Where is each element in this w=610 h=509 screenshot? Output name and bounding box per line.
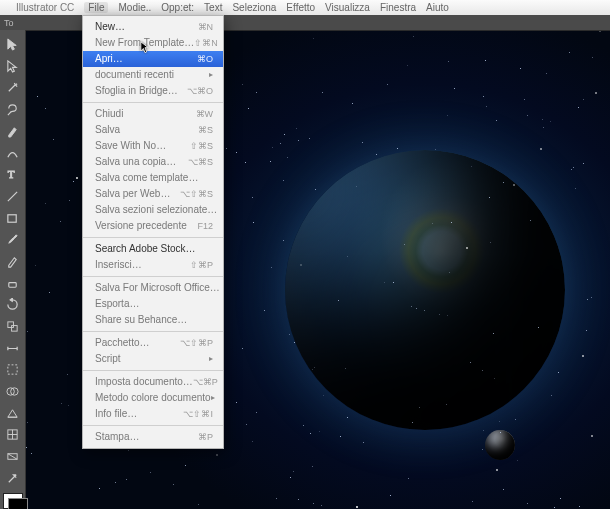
tool-selection[interactable] xyxy=(3,35,23,55)
menu-edit[interactable]: Modie.. xyxy=(118,2,151,13)
menu-item[interactable]: Imposta documento…⌥⌘P xyxy=(83,374,223,390)
menu-view[interactable]: Visualizza xyxy=(325,2,370,13)
star xyxy=(252,441,253,442)
star xyxy=(300,264,302,266)
tool-eraser[interactable] xyxy=(3,273,23,293)
menu-help[interactable]: Aiuto xyxy=(426,2,449,13)
tool-rectangle[interactable] xyxy=(3,208,23,228)
star xyxy=(583,99,584,100)
tool-pen[interactable] xyxy=(3,122,23,142)
menu-separator xyxy=(83,237,223,238)
tool-magic-wand[interactable] xyxy=(3,78,23,98)
menu-item-label: Apri… xyxy=(95,52,123,66)
star xyxy=(126,479,127,480)
tool-width[interactable] xyxy=(3,338,23,358)
tools-panel: T xyxy=(0,30,26,509)
tool-paintbrush[interactable] xyxy=(3,230,23,250)
menu-type[interactable]: Text xyxy=(204,2,222,13)
tool-line[interactable] xyxy=(3,187,23,207)
star xyxy=(314,367,315,368)
star xyxy=(26,447,27,448)
menu-item[interactable]: Salva per Web…⌥⇧⌘S xyxy=(83,186,223,202)
fill-stroke-swatch[interactable] xyxy=(3,493,23,509)
tool-eyedropper[interactable] xyxy=(3,468,23,488)
menu-item[interactable]: Chiudi⌘W xyxy=(83,106,223,122)
menu-item[interactable]: Metodo colore documento xyxy=(83,390,223,406)
star xyxy=(216,454,218,456)
star xyxy=(569,52,570,53)
menu-item-label: Stampa… xyxy=(95,430,139,444)
menu-file[interactable]: File xyxy=(84,2,108,13)
star xyxy=(340,436,341,437)
star xyxy=(387,84,388,85)
star xyxy=(256,412,257,413)
tool-pencil[interactable] xyxy=(3,252,23,272)
menu-item[interactable]: Search Adobe Stock… xyxy=(83,241,223,257)
menu-item[interactable]: Script xyxy=(83,351,223,367)
menu-item[interactable]: Share su Behance… xyxy=(83,312,223,328)
star xyxy=(520,68,521,69)
menu-item[interactable]: Save With No…⇧⌘S xyxy=(83,138,223,154)
menu-effect[interactable]: Effetto xyxy=(286,2,315,13)
star xyxy=(413,36,414,37)
star xyxy=(253,222,254,223)
tool-type[interactable]: T xyxy=(3,165,23,185)
star xyxy=(45,203,46,204)
star xyxy=(449,272,450,273)
menu-item[interactable]: documenti recenti xyxy=(83,67,223,83)
star xyxy=(347,417,348,418)
menu-item-shortcut: ⌥⇧⌘P xyxy=(180,336,213,350)
tool-curvature[interactable] xyxy=(3,143,23,163)
menu-item-shortcut: ⌘O xyxy=(197,52,213,66)
star xyxy=(284,134,285,135)
tool-mesh[interactable] xyxy=(3,425,23,445)
menu-object[interactable]: Opp:et: xyxy=(161,2,194,13)
menu-item[interactable]: Info file…⌥⇧⌘I xyxy=(83,406,223,422)
star xyxy=(198,504,199,505)
star xyxy=(293,471,294,472)
menu-select[interactable]: Seleziona xyxy=(232,2,276,13)
menu-item[interactable]: Stampa…⌘P xyxy=(83,429,223,445)
menu-item[interactable]: Versione precedenteF12 xyxy=(83,218,223,234)
tool-free-transform[interactable] xyxy=(3,360,23,380)
menu-item[interactable]: Salva⌘S xyxy=(83,122,223,138)
tool-perspective[interactable] xyxy=(3,403,23,423)
star xyxy=(356,506,358,508)
tool-lasso[interactable] xyxy=(3,100,23,120)
tool-rotate[interactable] xyxy=(3,295,23,315)
menu-item[interactable]: Salva come template… xyxy=(83,170,223,186)
menu-separator xyxy=(83,331,223,332)
menu-item[interactable]: Salva sezioni selezionate… xyxy=(83,202,223,218)
menu-separator xyxy=(83,276,223,277)
star xyxy=(313,38,314,39)
star xyxy=(53,139,54,140)
menu-separator xyxy=(83,102,223,103)
menu-item[interactable]: New From Template…⇧⌘N xyxy=(83,35,223,51)
menu-item-label: Search Adobe Stock… xyxy=(95,242,196,256)
menu-window[interactable]: Finestra xyxy=(380,2,416,13)
tool-shape-builder[interactable] xyxy=(3,382,23,402)
star xyxy=(323,395,324,396)
star xyxy=(270,161,271,162)
menu-item[interactable]: Apri…⌘O xyxy=(83,51,223,67)
star xyxy=(256,92,257,93)
tool-scale[interactable] xyxy=(3,317,23,337)
tool-gradient[interactable] xyxy=(3,447,23,467)
menu-item[interactable]: Salva For Microsoft Office… xyxy=(83,280,223,296)
menu-item-label: Salva xyxy=(95,123,120,137)
tool-direct-selection[interactable] xyxy=(3,57,23,77)
star xyxy=(242,348,243,349)
menu-item[interactable]: Pacchetto…⌥⇧⌘P xyxy=(83,335,223,351)
app-name[interactable]: Illustrator CC xyxy=(16,2,74,13)
star xyxy=(298,140,299,141)
menu-item[interactable]: New…⌘N xyxy=(83,19,223,35)
star xyxy=(513,184,515,186)
menu-item[interactable]: Sfoglia in Bridge…⌥⌘O xyxy=(83,83,223,99)
star xyxy=(503,182,504,183)
menu-item[interactable]: Esporta… xyxy=(83,296,223,312)
star xyxy=(542,119,543,120)
menu-item[interactable]: Salva una copia…⌥⌘S xyxy=(83,154,223,170)
menu-item[interactable]: Inserisci…⇧⌘P xyxy=(83,257,223,273)
star xyxy=(527,503,528,504)
star xyxy=(466,247,468,249)
